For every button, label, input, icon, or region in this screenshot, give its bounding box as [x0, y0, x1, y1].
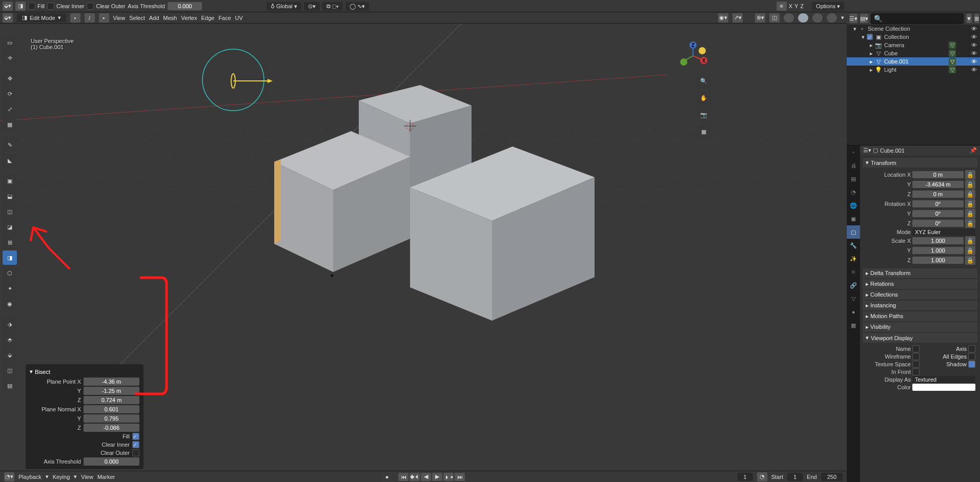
menu-view[interactable]: View	[113, 15, 126, 21]
camera-view-icon[interactable]: 📷	[697, 108, 711, 122]
all-edges-checkbox[interactable]	[968, 353, 975, 360]
section-delta-transform[interactable]: ▸ Delta Transform	[863, 268, 977, 278]
editor-type-dropdown[interactable]: ⬙▾	[3, 13, 13, 23]
visibility-icon[interactable]: 👁	[970, 41, 977, 49]
options-dropdown[interactable]: Options ▾	[812, 2, 844, 11]
prop-tab-particles[interactable]: ✨	[847, 252, 860, 265]
preview-range-icon[interactable]: ◔	[757, 472, 767, 481]
spin-tool[interactable]: ◉	[3, 297, 17, 311]
timeline-playback[interactable]: Playback	[18, 474, 42, 480]
rotate-tool[interactable]: ⟳	[3, 87, 17, 101]
section-viewport-display[interactable]: ▾ Viewport Display	[863, 333, 977, 343]
prop-tab-output[interactable]: 🖨	[847, 159, 860, 172]
menu-add[interactable]: Add	[149, 15, 159, 21]
pivot-dropdown[interactable]: ⊙▾	[304, 2, 320, 11]
bevel-tool[interactable]: ◪	[3, 220, 17, 234]
wireframe-checkbox[interactable]	[912, 353, 920, 360]
timeline-keying[interactable]: Keying	[53, 474, 70, 480]
section-visibility[interactable]: ▸ Visibility	[863, 322, 977, 332]
redo-threshold-value[interactable]: 0.000	[84, 457, 139, 466]
redo-check[interactable]: ✓	[132, 433, 139, 440]
fill-checkbox[interactable]: Fill	[28, 3, 45, 10]
lock-icon[interactable]: 🔒	[965, 256, 975, 265]
rotation-y[interactable]: 0°	[912, 210, 964, 217]
prop-tab-modifiers[interactable]: 🔧	[847, 239, 860, 252]
snap-toggle[interactable]: ⧉ ⬚▾	[322, 2, 343, 11]
prop-tab-render[interactable]: ▫	[847, 145, 860, 159]
visibility-icon[interactable]: 👁	[970, 66, 977, 73]
lock-icon[interactable]: 🔒	[965, 246, 975, 255]
color-swatch[interactable]	[912, 384, 975, 391]
outliner-item-scene-collection[interactable]: ▾▫Scene Collection👁	[847, 25, 980, 33]
prop-tab-collection[interactable]: ▣	[847, 212, 860, 225]
rip-tool[interactable]: ▤	[3, 379, 17, 393]
lock-icon[interactable]: 🔒	[965, 190, 975, 199]
y-axis-neg[interactable]	[699, 47, 706, 54]
disclosure-icon[interactable]: ▸	[870, 67, 873, 73]
inset-tool[interactable]: ◫	[3, 204, 17, 219]
timeline-view[interactable]: View	[81, 474, 93, 480]
restrict-icon[interactable]: ▽	[949, 41, 956, 49]
shadow-checkbox[interactable]	[968, 361, 975, 368]
outliner-filter-icon[interactable]: ▼	[966, 14, 972, 23]
outliner-item-camera[interactable]: ▸📷Camera▽👁	[847, 41, 980, 49]
restrict-icon[interactable]: ▽	[949, 58, 956, 65]
editor-type-icon[interactable]: ⬙▾	[3, 2, 13, 11]
outliner-new-collection-icon[interactable]: ⊞	[974, 14, 979, 23]
vertex-select-mode[interactable]: •	[70, 13, 80, 23]
auto-key-icon[interactable]: ●	[382, 473, 392, 481]
jump-end-icon[interactable]: ⏭	[455, 473, 465, 481]
gizmo-toggle[interactable]: ↗▾	[732, 13, 743, 23]
play-icon[interactable]: ▶	[432, 473, 442, 481]
lock-icon[interactable]: 🔒	[965, 209, 975, 218]
orientation-dropdown[interactable]: ♁ Global ▾	[267, 2, 301, 11]
3d-viewport[interactable]: ⬙▾ ◨ Edit Mode ▾ • / ▪ View Select Add M…	[0, 12, 847, 482]
menu-face[interactable]: Face	[218, 15, 231, 21]
outliner-item-light[interactable]: ▸💡Light▽👁	[847, 66, 980, 74]
texture-space-checkbox[interactable]	[912, 361, 920, 368]
shear-tool[interactable]: ◫	[3, 363, 17, 378]
shrink-tool[interactable]: ⬙	[3, 348, 17, 362]
clear-inner-checkbox[interactable]: Clear Inner	[47, 3, 84, 10]
operator-redo-panel[interactable]: ▾ Bisect Plane Point X-4.36 mY-1.25 mZ0.…	[26, 364, 144, 469]
bisect-tool[interactable]: ◨	[3, 250, 17, 265]
poly-build-tool[interactable]: ✦	[3, 281, 17, 296]
redo-field-value[interactable]: 0.724 m	[84, 396, 139, 404]
play-reverse-icon[interactable]: ◀	[421, 473, 431, 481]
redo-check[interactable]	[132, 449, 139, 456]
collection-checkbox[interactable]: ✓	[867, 34, 873, 40]
menu-uv[interactable]: UV	[235, 15, 243, 21]
timeline-marker[interactable]: Marker	[97, 474, 115, 480]
proportional-toggle[interactable]: ◯ ∿▾	[345, 2, 369, 11]
zoom-icon[interactable]: 🔍	[697, 74, 711, 88]
move-tool[interactable]: ✥	[3, 71, 17, 86]
keyframe-next-icon[interactable]: ⏵◆	[443, 473, 454, 481]
disclosure-icon[interactable]: ▸	[870, 58, 873, 65]
outliner-search[interactable]	[871, 13, 964, 24]
section-collections[interactable]: ▸ Collections	[863, 290, 977, 300]
prop-tab-constraints[interactable]: 🔗	[847, 279, 860, 292]
timeline-editor-icon[interactable]: ◔▾	[4, 472, 14, 481]
disclosure-icon[interactable]: ▸	[870, 50, 873, 57]
prop-tab-object[interactable]: ▢	[847, 225, 860, 239]
rendered-shading[interactable]	[827, 13, 837, 23]
pan-icon[interactable]: ✋	[697, 91, 711, 105]
lock-icon[interactable]: 🔒	[965, 180, 975, 189]
rotation-mode[interactable]: XYZ Euler	[912, 228, 975, 236]
menu-select[interactable]: Select	[129, 15, 145, 21]
disclosure-icon[interactable]: ▾	[862, 34, 865, 40]
visibility-icon[interactable]: 👁	[970, 50, 977, 57]
keyframe-prev-icon[interactable]: ◆⏴	[410, 473, 420, 481]
redo-field-value[interactable]: -1.25 m	[84, 387, 139, 395]
scale-z[interactable]: 1.000	[912, 257, 964, 264]
prop-tab-scene[interactable]: ◔	[847, 185, 860, 199]
section-instancing[interactable]: ▸ Instancing	[863, 301, 977, 310]
redo-panel-header[interactable]: ▾ Bisect	[30, 367, 139, 376]
add-cube-tool[interactable]: ▣	[3, 174, 17, 188]
edge-slide-tool[interactable]: ⬘	[3, 332, 17, 347]
prop-tab-data[interactable]: ▽	[847, 292, 860, 305]
butterfly-icon[interactable]: ✳	[777, 2, 787, 11]
lock-icon[interactable]: 🔒	[965, 170, 975, 179]
perspective-toggle-icon[interactable]: ▦	[697, 124, 711, 139]
redo-field-value[interactable]: 0.601	[84, 405, 139, 413]
